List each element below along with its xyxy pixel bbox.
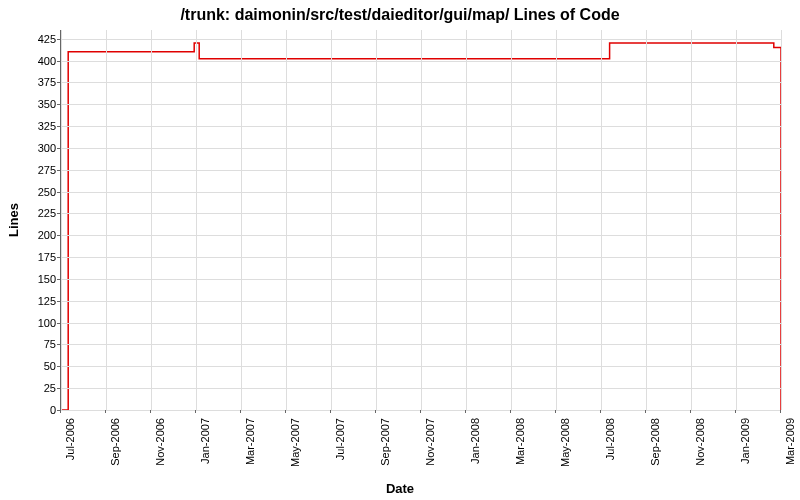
y-tick (57, 82, 60, 83)
y-tick-label: 400 (16, 55, 56, 67)
y-tick-label: 300 (16, 142, 56, 154)
x-tick-label: Jan-2007 (199, 418, 211, 464)
y-tick-label: 200 (16, 229, 56, 241)
y-tick-label: 75 (16, 338, 56, 350)
plot-area (60, 30, 781, 411)
gridline-h (61, 410, 781, 411)
y-tick-label: 375 (16, 76, 56, 88)
x-tick (285, 410, 286, 413)
x-tick-label: Nov-2007 (424, 418, 436, 466)
gridline-v (151, 30, 152, 410)
x-tick-label: Nov-2008 (694, 418, 706, 466)
gridline-v (106, 30, 107, 410)
x-tick-label: Sep-2006 (109, 418, 121, 466)
y-tick-label: 275 (16, 164, 56, 176)
chart-title: /trunk: daimonin/src/test/daieditor/gui/… (0, 6, 800, 24)
gridline-v (781, 30, 782, 410)
y-tick-label: 150 (16, 273, 56, 285)
y-tick-label: 250 (16, 186, 56, 198)
gridline-v (376, 30, 377, 410)
y-tick (57, 39, 60, 40)
x-tick-label: Sep-2007 (379, 418, 391, 466)
y-tick-label: 325 (16, 120, 56, 132)
y-tick-label: 50 (16, 360, 56, 372)
y-tick (57, 235, 60, 236)
x-tick-label: Mar-2007 (244, 418, 256, 465)
y-tick (57, 301, 60, 302)
y-tick (57, 366, 60, 367)
x-axis-label: Date (0, 481, 800, 496)
x-tick (240, 410, 241, 413)
y-tick-label: 175 (16, 251, 56, 263)
x-tick-label: May-2008 (559, 418, 571, 467)
x-tick (195, 410, 196, 413)
gridline-v (466, 30, 467, 410)
y-tick (57, 192, 60, 193)
x-tick (105, 410, 106, 413)
x-tick-label: Mar-2009 (784, 418, 796, 465)
y-tick-label: 350 (16, 98, 56, 110)
gridline-v (286, 30, 287, 410)
gridline-v (241, 30, 242, 410)
gridline-v (511, 30, 512, 410)
y-tick-label: 225 (16, 207, 56, 219)
x-tick (375, 410, 376, 413)
y-tick-label: 100 (16, 317, 56, 329)
x-tick-label: May-2007 (289, 418, 301, 467)
x-tick (330, 410, 331, 413)
x-tick (645, 410, 646, 413)
y-tick (57, 388, 60, 389)
y-tick (57, 279, 60, 280)
x-tick (780, 410, 781, 413)
gridline-v (601, 30, 602, 410)
x-tick-label: Nov-2006 (154, 418, 166, 466)
x-tick (555, 410, 556, 413)
y-tick (57, 323, 60, 324)
x-tick-label: Sep-2008 (649, 418, 661, 466)
y-tick-label: 25 (16, 382, 56, 394)
y-tick (57, 344, 60, 345)
y-tick (57, 148, 60, 149)
x-tick-label: Jan-2009 (739, 418, 751, 464)
x-tick-label: Jul-2007 (334, 418, 346, 460)
y-tick (57, 126, 60, 127)
y-tick (57, 257, 60, 258)
y-tick-label: 125 (16, 295, 56, 307)
x-tick-label: Jul-2008 (604, 418, 616, 460)
x-tick (150, 410, 151, 413)
x-tick-label: Jan-2008 (469, 418, 481, 464)
chart-container: /trunk: daimonin/src/test/daieditor/gui/… (0, 0, 800, 500)
gridline-v (736, 30, 737, 410)
x-tick (465, 410, 466, 413)
x-tick-label: Jul-2006 (64, 418, 76, 460)
y-tick (57, 170, 60, 171)
gridline-v (331, 30, 332, 410)
gridline-v (646, 30, 647, 410)
x-tick (735, 410, 736, 413)
y-tick (57, 61, 60, 62)
x-tick (510, 410, 511, 413)
y-tick-label: 0 (16, 404, 56, 416)
gridline-v (196, 30, 197, 410)
x-tick (600, 410, 601, 413)
x-tick-label: Mar-2008 (514, 418, 526, 465)
x-tick (690, 410, 691, 413)
gridline-v (61, 30, 62, 410)
gridline-v (421, 30, 422, 410)
gridline-v (691, 30, 692, 410)
y-tick-label: 425 (16, 33, 56, 45)
x-tick (420, 410, 421, 413)
y-tick (57, 213, 60, 214)
gridline-v (556, 30, 557, 410)
y-tick (57, 104, 60, 105)
x-tick (60, 410, 61, 413)
